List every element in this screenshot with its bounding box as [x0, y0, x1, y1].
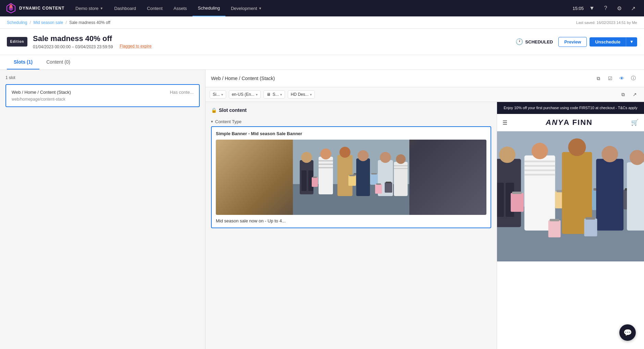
nav-content[interactable]: Content [141, 0, 168, 16]
device-select[interactable]: 🖥 S... ▾ [263, 90, 285, 99]
slot-toolbar: Si... ▾ en-US (En... ▾ 🖥 S... ▾ HD Des..… [206, 87, 644, 102]
tab-content[interactable]: Content (0) [39, 55, 77, 69]
slot-content-area: 🔒 Slot content ▾ Content Type Simple Ban… [206, 102, 644, 349]
eye-icon[interactable]: 👁 [617, 73, 627, 83]
slot-card-title: Web / Home / Content (Stack) [12, 90, 71, 95]
tabs-bar: Slots (1) Content (0) [0, 55, 644, 70]
svg-rect-13 [319, 167, 333, 168]
slot-header-title: Web / Home / Content (Stack) [211, 76, 275, 81]
slot-count: 1 slot [5, 75, 200, 80]
nav-dashboard[interactable]: Dashboard [109, 0, 141, 16]
breadcrumb-mid-season[interactable]: Mid season sale [33, 20, 63, 25]
clock-icon: 🕐 [516, 38, 523, 46]
tab-slots[interactable]: Slots (1) [7, 55, 39, 69]
desktop-icon: 🖥 [267, 92, 271, 97]
toolbar-right-actions: ⧉ ↗ [618, 89, 640, 100]
svg-rect-25 [348, 176, 356, 186]
svg-rect-24 [371, 173, 377, 174]
content-card: Simple Banner - Mid season Sale Banner [211, 126, 491, 228]
check-list-icon[interactable]: ☑ [605, 73, 615, 83]
breadcrumb-scheduling[interactable]: Scheduling [7, 20, 27, 25]
svg-rect-10 [319, 157, 333, 194]
status-label: SCHEDULED [525, 39, 553, 44]
nav-scheduling[interactable]: Scheduling [193, 0, 225, 16]
svg-rect-8 [301, 170, 307, 191]
chevron-down-icon: ▾ [310, 93, 312, 96]
svg-rect-33 [375, 184, 382, 194]
unschedule-button[interactable]: Unschedule [590, 37, 626, 47]
svg-rect-29 [394, 162, 408, 196]
breadcrumb-current: Sale madness 40% off [69, 20, 110, 25]
help-icon[interactable]: ? [600, 3, 611, 14]
svg-point-28 [380, 152, 391, 163]
content-card-title: Simple Banner - Mid season Sale Banner [216, 131, 486, 136]
svg-rect-58 [596, 159, 623, 231]
time-dropdown-icon[interactable]: ▼ [586, 3, 597, 14]
edition-badge: Edition [7, 37, 27, 47]
user-icon[interactable]: ↗ [628, 3, 639, 14]
page-header: Edition Sale madness 40% off 01/04/2023 … [0, 29, 644, 55]
svg-rect-65 [550, 219, 559, 221]
svg-point-41 [499, 147, 516, 163]
content-type-label: Content Type [215, 119, 242, 124]
quality-select[interactable]: HD Des... ▾ [288, 90, 315, 99]
dates-row: 01/04/2023 00:00:00 – 03/04/2023 23:59:5… [33, 43, 151, 49]
info-icon[interactable]: ⓘ [628, 73, 639, 83]
cart-icon[interactable]: 🛒 [631, 119, 639, 126]
content-middle: 🔒 Slot content ▾ Content Type Simple Ban… [206, 102, 497, 349]
settings-icon[interactable]: ⚙ [614, 3, 625, 14]
svg-rect-46 [524, 165, 555, 167]
logo-icon [5, 3, 16, 14]
last-saved-text: Last saved: 16/02/2023 14:51 by Me [576, 21, 637, 25]
main-layout: 1 slot Web / Home / Content (Stack) Has … [0, 70, 644, 349]
chevron-down-icon: ▾ [256, 93, 258, 96]
slot-card[interactable]: Web / Home / Content (Stack) Has conte..… [5, 84, 200, 107]
svg-rect-15 [312, 177, 318, 187]
svg-rect-51 [512, 192, 522, 194]
preview-button[interactable]: Preview [558, 37, 587, 47]
lock-icon: 🔒 [211, 107, 217, 113]
preview-store-header: ☰ ANYA FINN 🛒 [497, 114, 644, 131]
slot-header: Web / Home / Content (Stack) ⧉ ☑ 👁 ⓘ [206, 70, 644, 87]
header-info: Sale madness 40% off 01/04/2023 00:00:00… [33, 34, 151, 49]
chatbot-button[interactable]: 💬 [619, 324, 636, 341]
nav-time: 15:05 [572, 6, 584, 11]
unschedule-dropdown-button[interactable]: ▼ [626, 37, 637, 47]
svg-point-63 [630, 150, 644, 165]
chevron-down-icon: ▾ [280, 93, 282, 96]
slot-card-path: web/homepage/content-stack [12, 97, 194, 102]
svg-rect-47 [524, 170, 555, 171]
nav-development[interactable]: Development ▼ [225, 0, 268, 16]
content-type-header[interactable]: ▾ Content Type [211, 117, 491, 126]
svg-point-59 [602, 146, 618, 163]
page-title: Sale madness 40% off [33, 34, 151, 43]
chevron-down-icon: ▾ [221, 93, 223, 96]
nav-demo-store[interactable]: Demo store ▼ [70, 0, 109, 16]
logo-area: DYNAMIC CONTENT [5, 3, 64, 14]
status-badge: 🕐 SCHEDULED [516, 38, 553, 46]
slot-card-header: Web / Home / Content (Stack) Has conte..… [12, 90, 194, 95]
logo-text: DYNAMIC CONTENT [19, 6, 64, 11]
flagged-to-expire[interactable]: Flagged to expire [120, 44, 152, 49]
view-select[interactable]: Si... ▾ [210, 90, 226, 99]
preview-shopping-svg [497, 131, 644, 261]
nav-assets[interactable]: Assets [168, 0, 193, 16]
chevron-down-icon: ▼ [100, 7, 103, 10]
nav-right-area: 15:05 ▼ ? ⚙ ↗ [572, 3, 639, 14]
svg-rect-42 [497, 183, 504, 217]
lang-select[interactable]: en-US (En... ▾ [229, 90, 261, 99]
shopping-scene-svg [216, 140, 486, 215]
svg-rect-66 [584, 219, 597, 236]
slot-content-label: 🔒 Slot content [211, 107, 491, 113]
copy-icon[interactable]: ⧉ [618, 89, 628, 100]
svg-point-22 [358, 150, 369, 161]
top-navigation: DYNAMIC CONTENT Demo store ▼ Dashboard C… [0, 0, 644, 16]
external-link-icon[interactable]: ↗ [630, 89, 640, 100]
hamburger-icon[interactable]: ☰ [503, 119, 507, 126]
svg-rect-12 [319, 164, 333, 165]
content-card-desc: Mid season sale now on - Up to 4... [216, 218, 486, 223]
duplicate-icon[interactable]: ⧉ [593, 73, 604, 83]
slot-header-actions: ⧉ ☑ 👁 ⓘ [593, 73, 639, 83]
date-end: 03/04/2023 23:59:59 [75, 44, 113, 49]
chevron-down-icon: ▼ [259, 7, 262, 10]
